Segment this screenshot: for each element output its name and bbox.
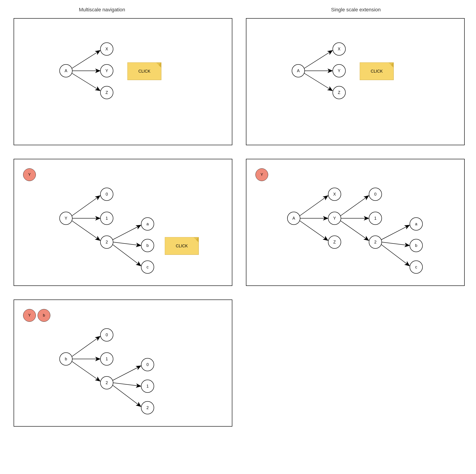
node-p3-gchild-0: a xyxy=(141,217,154,231)
panel-singlescale-1: A X Y Z CLICK xyxy=(246,18,465,145)
panel-multiscale-2: Y Y 0 1 2 a b c CLICK xyxy=(14,159,232,286)
node-p2-child-2: Z xyxy=(333,86,346,99)
badge-p5-1: b xyxy=(38,309,50,322)
node-p4-child-1: Y xyxy=(328,212,341,225)
node-p4-child-0: X xyxy=(328,188,341,201)
node-p1-child-0: X xyxy=(100,42,113,55)
node-p2-child-0: X xyxy=(333,42,346,55)
arrows-p3 xyxy=(14,159,233,286)
svg-line-20 xyxy=(381,244,409,266)
svg-line-23 xyxy=(72,361,100,381)
svg-line-3 xyxy=(304,50,333,69)
svg-line-17 xyxy=(340,220,369,240)
svg-line-18 xyxy=(381,225,409,240)
svg-line-8 xyxy=(72,220,100,240)
badge-p3: Y xyxy=(23,168,36,181)
node-p4-gchild-2: 2 xyxy=(369,236,382,249)
node-p4-ggchild-2: c xyxy=(409,260,423,274)
node-p5-child-2: 2 xyxy=(100,376,113,389)
node-root-p1: A xyxy=(59,64,72,77)
panel-multiscale-1: A X Y Z CLICK xyxy=(14,18,232,145)
sticky-click-p1[interactable]: CLICK xyxy=(127,62,161,80)
node-p5-gchild-2: 2 xyxy=(141,401,154,414)
node-p3-child-1: 1 xyxy=(100,212,113,225)
node-p4-child-2: Z xyxy=(328,236,341,249)
svg-line-12 xyxy=(299,196,328,216)
svg-line-26 xyxy=(112,385,141,407)
node-p1-child-2: Z xyxy=(100,86,113,99)
svg-line-15 xyxy=(340,196,369,216)
node-p5-gchild-1: 1 xyxy=(141,380,154,393)
svg-line-6 xyxy=(72,196,100,216)
badge-p5-0: Y xyxy=(23,309,36,322)
node-p5-gchild-0: 0 xyxy=(141,358,154,371)
svg-line-21 xyxy=(72,336,100,357)
node-p3-child-0: 0 xyxy=(100,188,113,201)
svg-line-24 xyxy=(112,366,141,381)
arrows-p2 xyxy=(246,18,465,146)
svg-line-9 xyxy=(112,225,141,240)
node-p1-child-1: Y xyxy=(100,64,113,77)
node-root-p4: A xyxy=(287,212,300,225)
node-p4-ggchild-0: a xyxy=(409,217,423,231)
column-title-left: Multiscale navigation xyxy=(68,7,136,13)
node-p4-ggchild-1: b xyxy=(409,239,423,252)
svg-line-14 xyxy=(299,220,328,240)
node-p3-gchild-1: b xyxy=(141,239,154,252)
column-title-right: Single scale extension xyxy=(322,7,390,13)
svg-line-11 xyxy=(112,244,141,266)
svg-line-10 xyxy=(113,242,141,246)
node-p4-gchild-0: 0 xyxy=(369,188,382,201)
node-p3-child-2: 2 xyxy=(100,236,113,249)
node-p2-child-1: Y xyxy=(333,64,346,77)
arrows-p1 xyxy=(14,18,233,146)
node-root-p2: A xyxy=(292,64,305,77)
svg-line-19 xyxy=(382,242,409,246)
node-p4-gchild-1: 1 xyxy=(369,212,382,225)
badge-p4: Y xyxy=(255,168,268,181)
diagram-canvas: Multiscale navigation Single scale exten… xyxy=(0,0,476,474)
node-p3-gchild-2: c xyxy=(141,260,154,274)
svg-line-5 xyxy=(304,73,333,91)
panel-singlescale-2: Y A X Y Z 0 1 2 a b c xyxy=(246,159,465,286)
node-root-p5: b xyxy=(59,352,72,365)
svg-line-2 xyxy=(72,73,100,91)
arrows-p4 xyxy=(246,159,465,286)
node-p5-child-1: 1 xyxy=(100,352,113,365)
node-root-p3: Y xyxy=(59,212,72,225)
svg-line-0 xyxy=(72,50,100,69)
node-p5-child-0: 0 xyxy=(100,328,113,342)
svg-line-25 xyxy=(113,383,141,386)
sticky-click-p2[interactable]: CLICK xyxy=(360,62,394,80)
panel-multiscale-3: Y b b 0 1 2 0 1 2 xyxy=(14,299,232,427)
sticky-click-p3[interactable]: CLICK xyxy=(165,237,199,255)
